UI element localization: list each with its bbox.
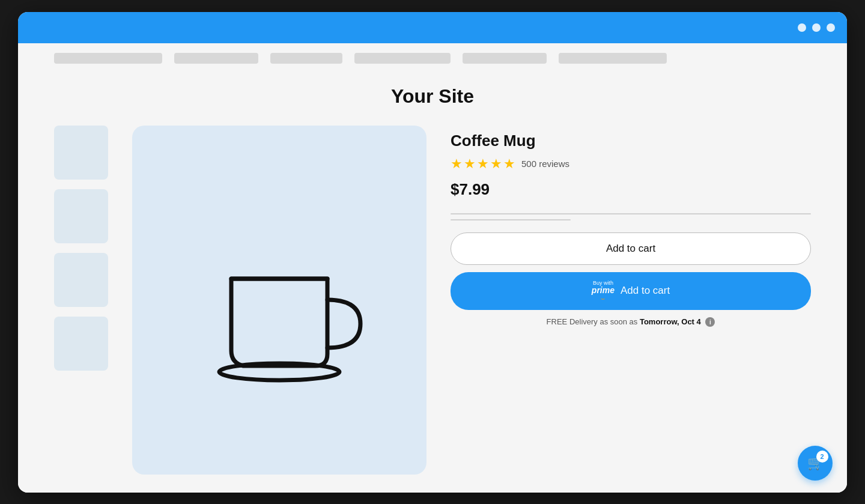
browser-controls xyxy=(798,23,835,32)
nav-item-1[interactable] xyxy=(54,53,162,64)
coffee-mug-svg xyxy=(183,213,375,387)
nav-item-4[interactable] xyxy=(354,53,451,64)
prime-logo: Buy with prime ⌣ xyxy=(592,281,615,302)
nav-item-5[interactable] xyxy=(463,53,547,64)
product-details: Coffee Mug ★ ★ ★ ★ ★ 500 reviews $7.99 xyxy=(451,126,811,475)
add-to-cart-button[interactable]: Add to cart xyxy=(451,232,811,265)
rating-row: ★ ★ ★ ★ ★ 500 reviews xyxy=(451,156,811,172)
divider-section xyxy=(451,213,811,220)
star-2: ★ xyxy=(464,156,476,172)
star-rating: ★ ★ ★ ★ ★ xyxy=(451,156,515,172)
star-1: ★ xyxy=(451,156,463,172)
main-product-image xyxy=(132,126,426,475)
nav-item-2[interactable] xyxy=(174,53,258,64)
buy-with-prime-label: Add to cart xyxy=(621,285,670,297)
thumbnail-4[interactable] xyxy=(54,317,108,371)
star-3: ★ xyxy=(477,156,489,172)
cart-badge: 2 xyxy=(816,451,828,463)
divider-short xyxy=(451,219,571,220)
nav-item-6[interactable] xyxy=(559,53,667,64)
browser-dot-2 xyxy=(812,23,821,32)
product-price: $7.99 xyxy=(451,180,811,199)
delivery-info-icon[interactable]: i xyxy=(705,317,715,327)
thumbnail-1[interactable] xyxy=(54,126,108,180)
delivery-prefix: FREE Delivery as soon as xyxy=(547,317,640,326)
product-title: Coffee Mug xyxy=(451,132,811,150)
star-5: ★ xyxy=(503,156,515,172)
delivery-date: Tomorrow, Oct 4 xyxy=(640,317,701,326)
browser-dot-1 xyxy=(798,23,806,32)
divider-full xyxy=(451,213,811,214)
thumbnail-3[interactable] xyxy=(54,253,108,307)
cart-fab[interactable]: 🛒 2 xyxy=(798,446,833,481)
cart-fab-icon: 🛒 2 xyxy=(807,455,824,471)
browser-window: Your Site xyxy=(18,12,847,493)
browser-dot-3 xyxy=(827,23,835,32)
star-4: ★ xyxy=(490,156,502,172)
nav-item-3[interactable] xyxy=(270,53,342,64)
site-title: Your Site xyxy=(18,73,847,126)
buy-with-prime-button[interactable]: Buy with prime ⌣ Add to cart xyxy=(451,272,811,310)
page-content: Your Site xyxy=(18,43,847,493)
review-count[interactable]: 500 reviews xyxy=(521,159,569,169)
product-area: Coffee Mug ★ ★ ★ ★ ★ 500 reviews $7.99 xyxy=(18,126,847,493)
thumbnails-column xyxy=(54,126,108,475)
nav-bar xyxy=(18,43,847,73)
thumbnail-2[interactable] xyxy=(54,189,108,243)
delivery-info: FREE Delivery as soon as Tomorrow, Oct 4… xyxy=(451,317,811,327)
prime-smile-icon: ⌣ xyxy=(601,294,605,302)
browser-titlebar xyxy=(18,12,847,43)
